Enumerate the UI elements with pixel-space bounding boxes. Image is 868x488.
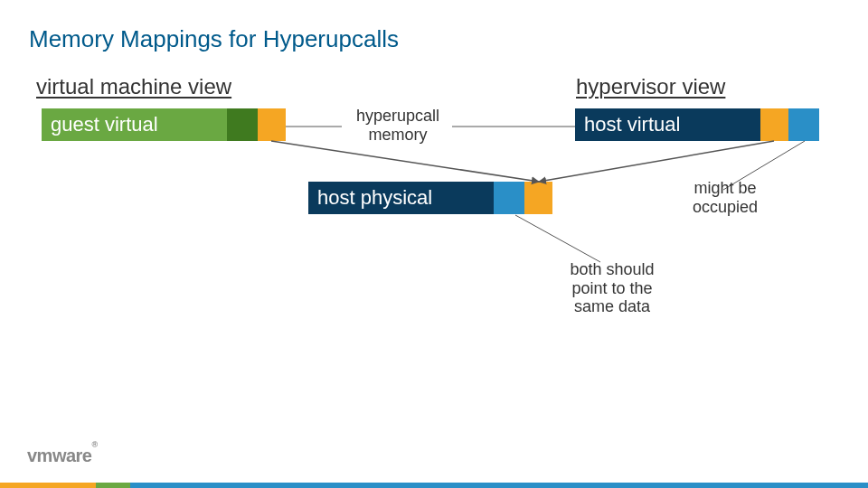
logo-text: vmware <box>27 446 92 465</box>
both-point-annot: both should point to the same data <box>553 260 671 316</box>
host-virtual-label: host virtual <box>584 113 680 136</box>
guest-virtual-bar: guest virtual <box>42 108 286 141</box>
svg-line-5 <box>515 215 600 262</box>
hostv-seg-hyper <box>760 108 788 141</box>
guest-virtual-label: guest virtual <box>51 113 158 136</box>
hyperupcall-memory-label: hyperupcall memory <box>344 107 452 144</box>
annot-bottom-l3: same data <box>574 297 650 315</box>
hostp-seg-hyper <box>524 182 552 214</box>
might-be-occupied-annot: might be occupied <box>671 179 779 216</box>
hypervisor-view-header: hypervisor view <box>576 74 725 99</box>
center-label-l1: hyperupcall <box>356 107 439 125</box>
host-physical-label: host physical <box>317 186 432 210</box>
guest-seg-dark <box>227 108 258 141</box>
page-title: Memory Mappings for Hyperupcalls <box>29 25 399 53</box>
registered-icon: ® <box>92 440 98 449</box>
vmware-logo: vmware® <box>27 446 98 466</box>
bottom-accent-stripe <box>0 483 868 488</box>
connector-lines <box>0 0 868 488</box>
guest-seg-hyper <box>258 108 286 141</box>
annot-bottom-l2: point to the <box>571 279 652 297</box>
annot-right-l1: might be <box>693 179 756 197</box>
annot-right-l2: occupied <box>693 198 758 216</box>
annot-bottom-l1: both should <box>570 260 654 278</box>
vm-view-header: virtual machine view <box>36 74 231 99</box>
svg-line-3 <box>539 141 774 182</box>
svg-line-2 <box>271 141 539 182</box>
hostp-seg-light <box>494 182 524 214</box>
hostv-seg-tail <box>788 108 819 141</box>
host-virtual-bar: host virtual <box>575 108 819 141</box>
host-physical-bar: host physical <box>308 182 552 214</box>
center-label-l2: memory <box>368 126 427 144</box>
